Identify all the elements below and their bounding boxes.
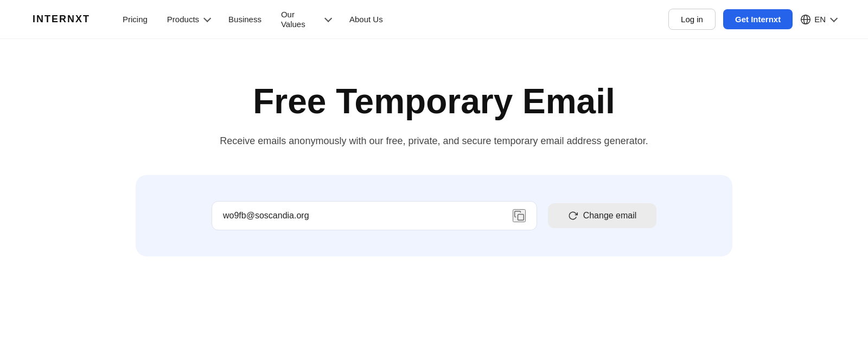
hero-title: Free Temporary Email [253, 82, 615, 120]
email-value: wo9fb@soscandia.org [223, 211, 506, 221]
email-input-container: wo9fb@soscandia.org [212, 201, 537, 230]
svg-rect-3 [518, 215, 524, 221]
hero-section: Free Temporary Email Receive emails anon… [0, 39, 868, 278]
nav-link-products[interactable]: Products [167, 15, 209, 24]
navbar: INTERNXT Pricing Products Business Our V… [0, 0, 868, 39]
logo[interactable]: INTERNXT [33, 14, 90, 25]
chevron-down-icon [324, 14, 332, 22]
email-box-wrapper: wo9fb@soscandia.org Change email [136, 175, 732, 256]
nav-links: Pricing Products Business Our Values Abo… [123, 10, 668, 29]
nav-actions: Log in Get Internxt EN [668, 9, 835, 30]
globe-icon [800, 14, 811, 25]
get-internxt-button[interactable]: Get Internxt [723, 9, 793, 29]
refresh-icon [568, 211, 578, 221]
change-email-label: Change email [583, 211, 637, 221]
change-email-button[interactable]: Change email [548, 203, 656, 228]
login-button[interactable]: Log in [668, 9, 716, 30]
nav-link-about-us[interactable]: About Us [349, 15, 383, 24]
copy-icon [514, 210, 525, 221]
chevron-down-icon [203, 14, 211, 22]
hero-subtitle: Receive emails anonymously with our free… [220, 133, 648, 149]
chevron-down-icon [830, 14, 838, 22]
nav-link-our-values[interactable]: Our Values [281, 10, 330, 29]
language-label: EN [814, 15, 826, 24]
nav-link-business[interactable]: Business [228, 15, 261, 24]
language-selector[interactable]: EN [800, 14, 835, 25]
nav-link-pricing[interactable]: Pricing [123, 15, 148, 24]
copy-email-button[interactable] [513, 209, 526, 222]
